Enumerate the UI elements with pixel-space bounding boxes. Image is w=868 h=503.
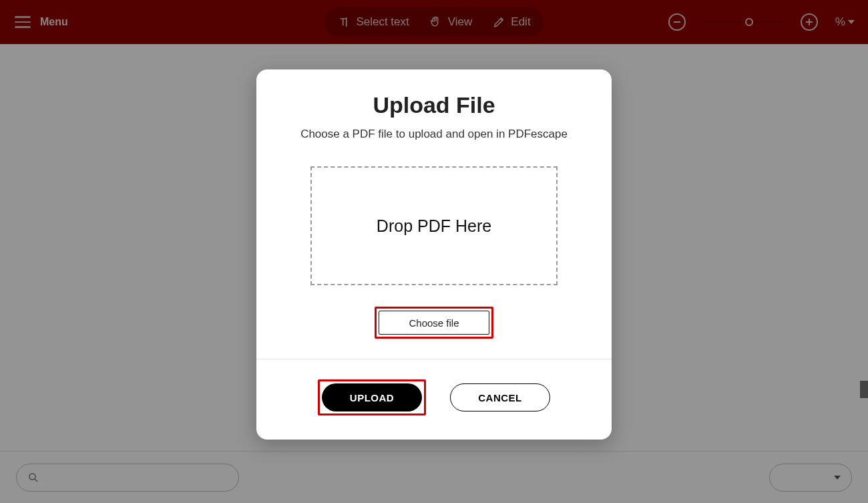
dropzone[interactable]: Drop PDF Here (310, 166, 558, 285)
modal-title: Upload File (256, 92, 612, 118)
dropzone-text: Drop PDF Here (377, 216, 491, 236)
scrollbar-thumb[interactable] (860, 381, 868, 398)
modal-subtitle: Choose a PDF file to upload and open in … (256, 128, 612, 141)
choose-file-highlight: Choose file (375, 307, 493, 339)
upload-button[interactable]: UPLOAD (322, 383, 422, 411)
cancel-button[interactable]: CANCEL (450, 383, 550, 411)
upload-highlight: UPLOAD (318, 379, 426, 415)
upload-modal: Upload File Choose a PDF file to upload … (256, 69, 612, 440)
choose-file-button[interactable]: Choose file (379, 311, 489, 335)
